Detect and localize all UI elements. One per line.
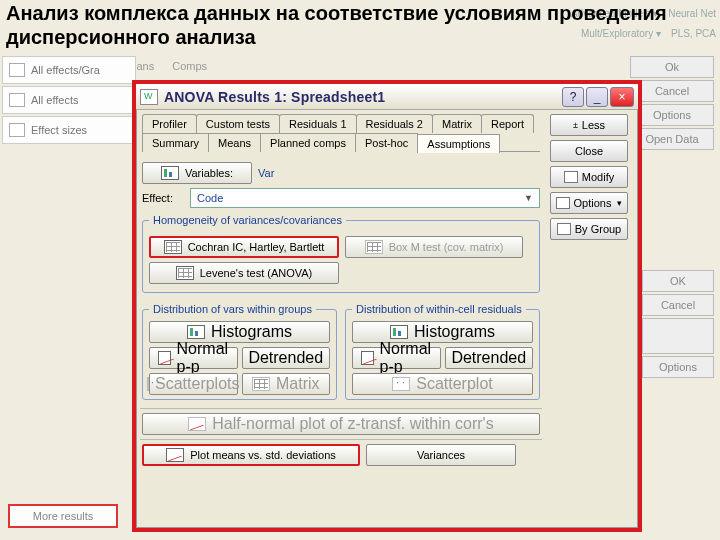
detrended-resid-button[interactable]: Detrended: [445, 347, 534, 369]
plot-icon: [166, 448, 184, 462]
dist-vars-legend: Distribution of vars within groups: [149, 303, 316, 315]
matrix-icon: [252, 377, 270, 391]
close-button[interactable]: ×: [610, 87, 634, 107]
pp-icon: [361, 351, 374, 365]
bg2-ok[interactable]: OK: [642, 270, 714, 292]
tab-summary[interactable]: Summary: [142, 133, 209, 152]
scatterplot-resid-button: Scatterplot: [352, 373, 533, 395]
scatter-icon: [392, 377, 410, 391]
histogram-icon: [187, 325, 205, 339]
plot-icon: [188, 417, 206, 431]
normal-pp-vars-button[interactable]: Normal p-p: [149, 347, 238, 369]
dist-resid-legend: Distribution of within-cell residuals: [352, 303, 526, 315]
tab-planned-comps[interactable]: Planned comps: [260, 133, 356, 152]
matrix-vars-button: Matrix: [242, 373, 331, 395]
dist-vars-group: Distribution of vars within groups Histo…: [142, 303, 337, 400]
chevron-down-icon: ▼: [524, 193, 533, 203]
boxm-button: Box M test (cov. matrix): [345, 236, 523, 258]
modify-button[interactable]: Modify: [550, 166, 628, 188]
effect-dropdown[interactable]: Code▼: [190, 188, 540, 208]
tab-assumptions[interactable]: Assumptions: [417, 134, 500, 153]
variables-icon: [161, 166, 179, 180]
tab-report[interactable]: Report: [481, 114, 534, 133]
tab-residuals1[interactable]: Residuals 1: [279, 114, 356, 133]
bg-left-3[interactable]: Effect sizes: [2, 116, 136, 144]
bg-cancel[interactable]: Cancel: [630, 80, 714, 102]
app-icon: [140, 89, 158, 105]
table-icon: [176, 266, 194, 280]
half-normal-button: Half-normal plot of z-transf. within cor…: [142, 413, 540, 435]
modify-icon: [564, 171, 578, 183]
detrended-vars-button[interactable]: Detrended: [242, 347, 331, 369]
close-dialog-button[interactable]: Close: [550, 140, 628, 162]
options-icon: [556, 197, 570, 209]
tab-matrix[interactable]: Matrix: [432, 114, 482, 133]
bg2-cancel[interactable]: Cancel: [642, 294, 714, 316]
bg-left-2[interactable]: All effects: [2, 86, 136, 114]
bg-opendata[interactable]: Open Data: [630, 128, 714, 150]
bg-tab-comps[interactable]: Comps: [172, 60, 207, 72]
page-title: Анализ комплекса данных на соответствие …: [6, 2, 710, 49]
bg-options[interactable]: Options: [630, 104, 714, 126]
by-group-button[interactable]: By Group: [550, 218, 628, 240]
cochran-button[interactable]: Cochran IC, Hartley, Bartlett: [149, 236, 339, 258]
effect-label: Effect:: [142, 192, 184, 204]
variables-value: Var: [258, 167, 274, 179]
scatter-icon: [147, 377, 149, 391]
levene-button[interactable]: Levene's test (ANOVA): [149, 262, 339, 284]
less-button[interactable]: ±Less: [550, 114, 628, 136]
pp-icon: [158, 351, 171, 365]
table-icon: [365, 240, 383, 254]
help-button[interactable]: ?: [562, 87, 584, 107]
normal-pp-resid-button[interactable]: Normal p-p: [352, 347, 441, 369]
homogeneity-legend: Homogeneity of variances/covariances: [149, 214, 346, 226]
tab-posthoc[interactable]: Post-hoc: [355, 133, 418, 152]
bygroup-icon: [557, 223, 571, 235]
window-title: ANOVA Results 1: Spreadsheet1: [164, 89, 385, 105]
options-button[interactable]: Options: [550, 192, 628, 214]
bg-left-1[interactable]: All effects/Gra: [2, 56, 136, 84]
histogram-icon: [390, 325, 408, 339]
variables-button[interactable]: Variables:: [142, 162, 252, 184]
bg2-options[interactable]: Options: [642, 356, 714, 378]
tab-residuals2[interactable]: Residuals 2: [356, 114, 433, 133]
dist-resid-group: Distribution of within-cell residuals Hi…: [345, 303, 540, 400]
tab-custom-tests[interactable]: Custom tests: [196, 114, 280, 133]
variances-button[interactable]: Variances: [366, 444, 516, 466]
scatterplots-vars-button: Scatterplots: [149, 373, 238, 395]
homogeneity-group: Homogeneity of variances/covariances Coc…: [142, 214, 540, 293]
plot-means-vs-sd-button[interactable]: Plot means vs. std. deviations: [142, 444, 360, 466]
minimize-button[interactable]: _: [586, 87, 608, 107]
more-results-button[interactable]: More results: [8, 504, 118, 528]
bg-ok[interactable]: Ok: [630, 56, 714, 78]
tab-means[interactable]: Means: [208, 133, 261, 152]
table-icon: [164, 240, 182, 254]
anova-results-dialog: ANOVA Results 1: Spreadsheet1 ? _ × Prof…: [132, 80, 642, 532]
tab-profiler[interactable]: Profiler: [142, 114, 197, 133]
